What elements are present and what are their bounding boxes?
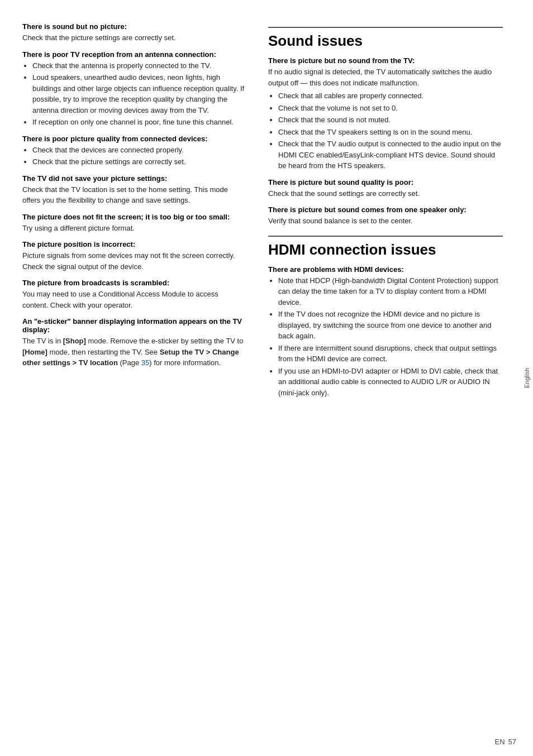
page-footer: EN 57 xyxy=(494,738,516,746)
list-item: Check that the antenna is properly conne… xyxy=(32,60,246,71)
picture-sound-quality-heading: There is picture but sound quality is po… xyxy=(268,178,503,186)
list-item: Check that the TV speakers setting is on… xyxy=(278,127,503,138)
page-label: EN xyxy=(494,738,505,746)
left-column: There is sound but no picture: Check tha… xyxy=(22,22,263,734)
picture-sound-one-speaker-body: Verify that sound balance is set to the … xyxy=(268,216,503,227)
poor-picture-quality-heading: There is poor picture quality from conne… xyxy=(22,135,246,143)
picture-scrambled-body: You may need to use a Conditional Access… xyxy=(22,289,246,310)
list-item: Note that HDCP (High-bandwidth Digital C… xyxy=(278,275,503,308)
sound-no-picture-heading: There is sound but no picture: xyxy=(22,22,246,31)
picture-no-sound-body: If no audio signal is detected, the TV a… xyxy=(268,66,503,88)
setup-tv-bold: Setup the TV > Change other settings > T… xyxy=(22,348,239,367)
picture-scrambled-heading: The picture from broadcasts is scrambled… xyxy=(22,279,246,287)
picture-sound-quality-body: Check that the sound settings are correc… xyxy=(268,188,503,199)
list-item: If you use an HDMI-to-DVI adapter or HDM… xyxy=(278,366,503,399)
picture-no-sound-list: Check that all cables are properly conne… xyxy=(278,90,503,171)
e-sticker-heading: An "e-sticker" banner displaying informa… xyxy=(22,317,246,334)
list-item: Check that the volume is not set to 0. xyxy=(278,103,503,114)
tv-did-not-save-heading: The TV did not save your picture setting… xyxy=(22,174,246,183)
hdmi-problems-list: Note that HDCP (High-bandwidth Digital C… xyxy=(278,275,503,399)
page-number: 57 xyxy=(508,738,516,746)
hdmi-issues-title: HDMI connection issues xyxy=(268,236,503,259)
list-item: Check that the TV audio output is connec… xyxy=(278,138,503,171)
picture-no-sound-heading: There is picture but no sound from the T… xyxy=(268,56,503,65)
page-link[interactable]: 35 xyxy=(141,358,149,367)
picture-not-fit-heading: The picture does not fit the screen; it … xyxy=(22,213,246,221)
picture-sound-one-speaker-heading: There is picture but sound comes from on… xyxy=(268,205,503,214)
list-item: If reception on only one channel is poor… xyxy=(32,117,246,128)
language-label: English xyxy=(521,17,533,739)
home-bold: [Home] xyxy=(22,348,47,356)
list-item: Check that the devices are connected pro… xyxy=(32,145,246,156)
poor-tv-reception-heading: There is poor TV reception from an anten… xyxy=(22,50,246,59)
picture-position-heading: The picture position is incorrect: xyxy=(22,240,246,248)
shop-bold: [Shop] xyxy=(63,337,86,345)
right-column: Sound issues There is picture but no sou… xyxy=(263,22,503,734)
poor-picture-quality-list: Check that the devices are connected pro… xyxy=(32,145,246,168)
list-item: If there are intermittent sound disrupti… xyxy=(278,343,503,365)
list-item: Check that all cables are properly conne… xyxy=(278,90,503,102)
sound-no-picture-body: Check that the picture settings are corr… xyxy=(22,32,246,44)
picture-not-fit-body: Try using a different picture format. xyxy=(22,223,246,234)
e-sticker-body: The TV is in [Shop] mode. Remove the e-s… xyxy=(22,336,246,369)
hdmi-problems-heading: There are problems with HDMI devices: xyxy=(268,265,503,274)
list-item: Check that the picture settings are corr… xyxy=(32,156,246,168)
list-item: If the TV does not recognize the HDMI de… xyxy=(278,309,503,342)
list-item: Check that the sound is not muted. xyxy=(278,114,503,126)
poor-tv-reception-list: Check that the antenna is properly conne… xyxy=(32,60,246,128)
sound-issues-title: Sound issues xyxy=(268,27,503,50)
list-item: Loud speakers, unearthed audio devices, … xyxy=(32,72,246,116)
tv-did-not-save-body: Check that the TV location is set to the… xyxy=(22,184,246,206)
picture-position-body: Picture signals from some devices may no… xyxy=(22,250,246,272)
